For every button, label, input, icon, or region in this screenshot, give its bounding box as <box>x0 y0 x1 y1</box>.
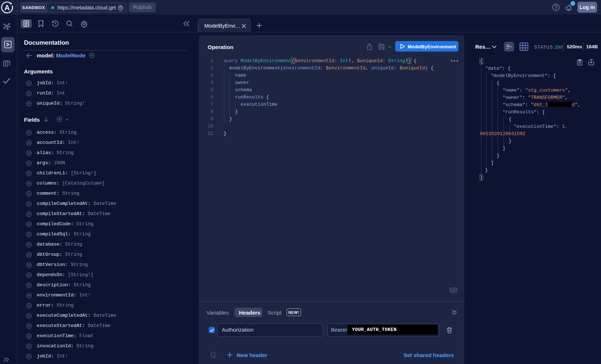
svg-text:A: A <box>4 4 9 12</box>
